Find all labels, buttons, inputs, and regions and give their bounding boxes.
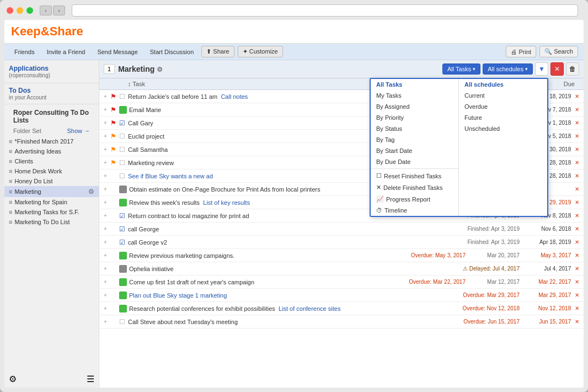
expand-icon[interactable]: +	[104, 239, 110, 245]
task-link[interactable]: List of key results	[203, 199, 250, 206]
checkbox[interactable]: ☑	[119, 239, 128, 246]
remove-icon[interactable]: ✕	[575, 133, 579, 139]
nav-start-discussion[interactable]: Start Discussion	[146, 47, 198, 57]
sidebar-item-marketing[interactable]: ≡ Marketing ⚙	[4, 186, 99, 197]
dropdown-all-tasks[interactable]: All Tasks	[371, 79, 458, 90]
checkbox[interactable]: ☐	[119, 318, 128, 326]
view-toggle-icon[interactable]: ☰	[87, 374, 94, 384]
sidebar-item-advertising[interactable]: ≡ Advertising Ideas	[4, 146, 99, 156]
sidebar-item-marketing-spain[interactable]: ≡ Marketing for Spain	[4, 197, 99, 207]
expand-icon[interactable]: +	[104, 279, 110, 285]
remove-icon[interactable]: ✕	[575, 120, 579, 126]
remove-icon[interactable]: ✕	[575, 292, 579, 298]
dropdown-future[interactable]: Future	[459, 112, 547, 123]
dropdown-reset-finished[interactable]: ☐ Reset Finished Tasks	[371, 170, 458, 182]
dropdown-timeline[interactable]: ⏱ Timeline	[371, 205, 458, 216]
remove-icon[interactable]: ✕	[575, 305, 579, 311]
remove-icon[interactable]: ✕	[575, 266, 579, 272]
dropdown-by-assigned[interactable]: By Assigned	[371, 101, 458, 112]
checkbox[interactable]: ☐	[119, 133, 128, 140]
customize-button[interactable]: ✦ Customize	[238, 46, 283, 57]
expand-icon[interactable]: +	[104, 133, 110, 139]
expand-icon[interactable]: +	[104, 107, 110, 113]
checkbox[interactable]: ☑	[119, 212, 128, 220]
remove-icon[interactable]: ✕	[575, 160, 579, 166]
remove-icon[interactable]: ✕	[575, 279, 579, 285]
checkbox[interactable]: ☐	[119, 159, 128, 167]
expand-icon[interactable]: +	[104, 186, 110, 192]
remove-icon[interactable]: ✕	[575, 107, 579, 113]
list-gear-icon[interactable]: ⚙	[157, 66, 163, 73]
sidebar-item-marketing-todo[interactable]: ≡ Marketing To Do List	[4, 217, 99, 227]
remove-icon[interactable]: ✕	[575, 319, 579, 325]
sidebar-item-marketing-sf[interactable]: ≡ Marketing Tasks for S.F.	[4, 207, 99, 217]
nav-send-message[interactable]: Send Message	[93, 47, 142, 57]
print-button[interactable]: 🖨 Print	[506, 46, 536, 57]
expand-icon[interactable]: +	[104, 292, 110, 298]
remove-icon[interactable]: ✕	[575, 226, 579, 232]
address-bar[interactable]	[72, 4, 578, 17]
dropdown-by-status[interactable]: By Status	[371, 123, 458, 134]
settings-icon[interactable]: ⚙	[9, 374, 17, 384]
task-link[interactable]: Call notes	[221, 93, 248, 100]
expand-icon[interactable]: +	[104, 252, 110, 258]
expand-icon[interactable]: +	[104, 120, 110, 126]
search-button[interactable]: 🔍 Search	[539, 46, 578, 57]
dropdown-all-schedules[interactable]: All schedules	[459, 79, 547, 90]
all-schedules-dropdown-button[interactable]: All schedules ▾	[483, 63, 533, 75]
nav-invite-friend[interactable]: Invite a Friend	[42, 47, 90, 57]
task-link[interactable]: See if Blue Sky wants a new ad	[128, 173, 213, 179]
remove-icon[interactable]: ✕	[575, 93, 579, 99]
forward-button[interactable]: ›	[53, 6, 65, 15]
dropdown-overdue[interactable]: Overdue	[459, 101, 547, 112]
minimize-button[interactable]	[17, 7, 23, 14]
remove-icon[interactable]: ✕	[575, 213, 579, 219]
checkbox[interactable]: ☐	[119, 146, 128, 153]
checkbox[interactable]: ☐	[119, 93, 128, 100]
remove-icon[interactable]: ✕	[575, 146, 579, 152]
sidebar-item-clients[interactable]: ≡ Clients	[4, 156, 99, 166]
sidebar-item-honey-do[interactable]: ≡ Honey Do List	[4, 176, 99, 186]
trash-button[interactable]: 🗑	[566, 62, 579, 76]
dropdown-by-tag[interactable]: By Tag	[371, 134, 458, 145]
close-button[interactable]	[7, 7, 13, 14]
remove-icon[interactable]: ✕	[575, 239, 579, 245]
expand-icon[interactable]: +	[104, 160, 110, 166]
checkbox[interactable]: ☑	[119, 119, 128, 127]
sidebar-item-finished-march[interactable]: ≡ *Finished March 2017	[4, 136, 99, 146]
share-button[interactable]: ⬆ Share	[201, 46, 234, 57]
filter-button[interactable]: ▼	[535, 62, 548, 76]
expand-icon[interactable]: +	[104, 199, 110, 205]
nav-friends[interactable]: Friends	[10, 47, 39, 57]
dropdown-current[interactable]: Current	[459, 90, 547, 101]
expand-icon[interactable]: +	[104, 266, 110, 272]
dropdown-by-priority[interactable]: By Priority	[371, 112, 458, 123]
expand-icon[interactable]: +	[104, 319, 110, 325]
expand-icon[interactable]: +	[104, 93, 110, 99]
sidebar-show-link[interactable]: Show →	[67, 128, 90, 134]
gear-icon-marketing[interactable]: ⚙	[88, 188, 94, 195]
remove-icon[interactable]: ✕	[575, 173, 579, 179]
expand-icon[interactable]: +	[104, 146, 110, 152]
expand-icon[interactable]: +	[104, 305, 110, 311]
expand-icon[interactable]: +	[104, 226, 110, 232]
dropdown-by-due-date[interactable]: By Due Date	[371, 156, 458, 167]
checkbox[interactable]: ☑	[119, 225, 128, 233]
back-button[interactable]: ‹	[40, 6, 52, 15]
task-link[interactable]: Plan out Blue Sky stage 1 marketing	[129, 292, 227, 299]
maximize-button[interactable]	[26, 7, 33, 14]
dropdown-my-tasks[interactable]: My Tasks	[371, 90, 458, 101]
task-link[interactable]: List of conference sites	[279, 305, 341, 312]
expand-icon[interactable]: +	[104, 173, 110, 179]
checkbox[interactable]: ☐	[119, 172, 128, 180]
dropdown-delete-finished[interactable]: ✕ Delete Finished Tasks	[371, 182, 458, 193]
all-tasks-dropdown-button[interactable]: All Tasks ▾	[442, 63, 480, 75]
remove-icon[interactable]: ✕	[575, 186, 579, 192]
delete-filter-button[interactable]: ✕	[550, 62, 564, 76]
remove-icon[interactable]: ✕	[575, 199, 579, 205]
expand-icon[interactable]: +	[104, 213, 110, 219]
dropdown-by-start-date[interactable]: By Start Date	[371, 145, 458, 156]
dropdown-progress-report[interactable]: 📈 Progress Report	[371, 193, 458, 205]
sidebar-item-home-desk[interactable]: ≡ Home Desk Work	[4, 166, 99, 176]
dropdown-unscheduled[interactable]: Unscheduled	[459, 123, 547, 134]
